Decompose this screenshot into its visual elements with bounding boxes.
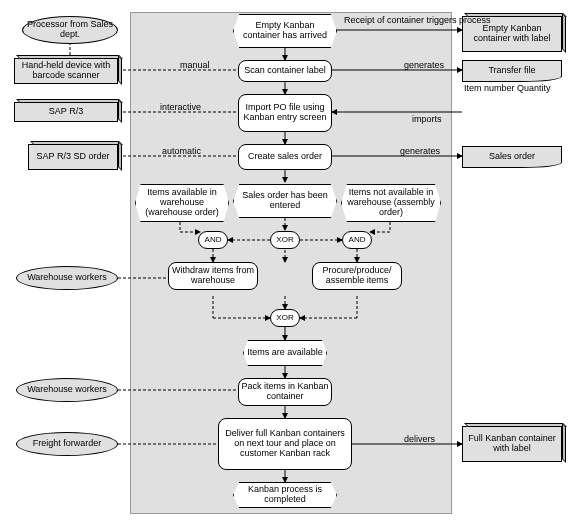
system-sapsd: SAP R/3 SD order: [28, 144, 118, 170]
function-scan-label: Scan container label: [244, 66, 326, 76]
org-wh2: Warehouse workers: [16, 378, 118, 402]
event-start: Empty Kanban container has arrived: [233, 14, 337, 48]
event-so-entered: Sales order has been entered: [233, 184, 337, 218]
edge-imports: imports: [412, 114, 442, 124]
function-withdraw-label: Withdraw items from warehouse: [171, 266, 255, 286]
edge-receipt-triggers: Receipt of container triggers process: [344, 16, 454, 26]
gate-xor-top-label: XOR: [276, 236, 293, 245]
edge-delivers-label: delivers: [404, 434, 435, 444]
event-so-entered-label: Sales order has been entered: [236, 191, 334, 211]
gate-xor-bottom-label: XOR: [276, 314, 293, 323]
epc-diagram: Empty Kanban container has arrived Sales…: [0, 0, 578, 523]
data-sales-order: Sales order: [462, 146, 562, 168]
gate-and-right: AND: [342, 231, 372, 249]
edge-generates1: generates: [404, 60, 444, 70]
gate-xor-top: XOR: [270, 231, 300, 249]
function-procure: Procure/produce/ assemble items: [312, 262, 402, 290]
gate-and-right-label: AND: [349, 236, 366, 245]
org-processor: Processor from Sales dept.: [22, 16, 118, 44]
data-transfer-file-detail-label: Item number Quantity: [464, 83, 551, 93]
function-deliver: Deliver full Kanban containers on next t…: [218, 418, 352, 470]
edge-imports-label: imports: [412, 114, 442, 124]
gate-and-left-label: AND: [205, 236, 222, 245]
system-handheld: Hand-held device with barcode scanner: [14, 58, 118, 84]
event-items-avail-label: Items are available: [247, 348, 323, 358]
data-transfer-file-label: Transfer file: [488, 66, 535, 76]
function-pack-label: Pack items in Kanban container: [241, 382, 329, 402]
org-freight: Freight forwarder: [16, 432, 118, 456]
function-deliver-label: Deliver full Kanban containers on next t…: [221, 429, 349, 459]
org-wh1-label: Warehouse workers: [27, 273, 107, 283]
function-procure-label: Procure/produce/ assemble items: [315, 266, 399, 286]
org-freight-label: Freight forwarder: [33, 439, 102, 449]
event-start-label: Empty Kanban container has arrived: [236, 21, 334, 41]
gate-and-left: AND: [198, 231, 228, 249]
edge-interactive-label: interactive: [160, 102, 201, 112]
system-handheld-label: Hand-held device with barcode scanner: [17, 61, 115, 81]
edge-interactive: interactive: [160, 102, 201, 112]
edge-delivers: delivers: [404, 434, 435, 444]
function-withdraw: Withdraw items from warehouse: [168, 262, 258, 290]
function-create-so-label: Create sales order: [248, 152, 322, 162]
system-sapr3-label: SAP R/3: [49, 107, 83, 117]
gate-xor-bottom: XOR: [270, 309, 300, 327]
edge-receipt-triggers-label: Receipt of container triggers process: [344, 15, 491, 25]
data-sales-order-label: Sales order: [489, 152, 535, 162]
org-wh2-label: Warehouse workers: [27, 385, 107, 395]
function-pack: Pack items in Kanban container: [238, 378, 332, 406]
event-notavail-wh-label: Items not available in warehouse (assemb…: [344, 188, 438, 218]
edge-generates1-label: generates: [404, 60, 444, 70]
edge-manual: manual: [180, 60, 210, 70]
system-sapsd-label: SAP R/3 SD order: [37, 152, 110, 162]
data-empty-container-label: Empty Kanban container with label: [465, 24, 559, 44]
function-import-po: Import PO file using Kanban entry screen: [238, 94, 332, 132]
edge-automatic: automatic: [162, 146, 201, 156]
system-sapr3: SAP R/3: [14, 102, 118, 122]
function-import-po-label: Import PO file using Kanban entry screen: [241, 103, 329, 123]
edge-generates2-label: generates: [400, 146, 440, 156]
function-create-so: Create sales order: [238, 144, 332, 170]
data-full-container: Full Kanban container with label: [462, 426, 562, 462]
event-avail-wh: Items available in warehouse (warehouse …: [135, 184, 229, 222]
edge-manual-label: manual: [180, 60, 210, 70]
event-avail-wh-label: Items available in warehouse (warehouse …: [138, 188, 226, 218]
event-end-label: Kanban process is completed: [236, 485, 334, 505]
data-full-container-label: Full Kanban container with label: [465, 434, 559, 454]
edge-automatic-label: automatic: [162, 146, 201, 156]
data-transfer-file: Transfer file: [462, 60, 562, 82]
edge-generates2: generates: [400, 146, 440, 156]
org-processor-label: Processor from Sales dept.: [25, 20, 115, 40]
data-transfer-file-detail: Item number Quantity: [464, 84, 564, 94]
event-end: Kanban process is completed: [233, 482, 337, 508]
org-wh1: Warehouse workers: [16, 266, 118, 290]
event-items-avail: Items are available: [243, 340, 327, 366]
event-notavail-wh: Items not available in warehouse (assemb…: [341, 184, 441, 222]
function-scan: Scan container label: [238, 60, 332, 82]
